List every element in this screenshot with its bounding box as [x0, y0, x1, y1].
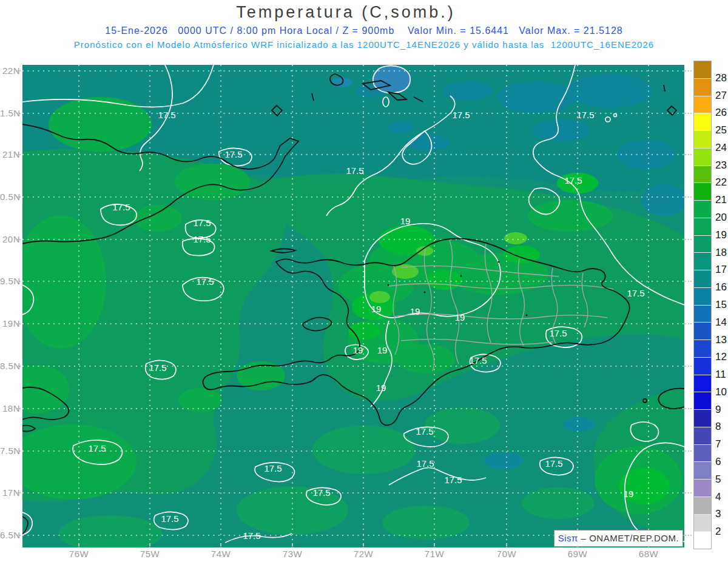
credit-org: – ONAMET/REP.DOM. — [578, 533, 679, 543]
lon-tick-label: 75W — [136, 549, 163, 559]
colorbar-tick-label: 8 — [715, 421, 721, 433]
lon-tick-mark — [363, 543, 364, 548]
colorbar-segment — [694, 201, 711, 218]
lat-tick-mark — [685, 323, 692, 324]
lon-tick-label: 76W — [66, 549, 92, 559]
colorbar-tick-label: 2 — [715, 526, 721, 538]
contour-value-label: 17.5 — [543, 458, 565, 469]
colorbar-tick-label: 9 — [715, 404, 721, 416]
lat-tick-mark — [685, 70, 692, 72]
contour-value-label: 17.5 — [450, 110, 472, 120]
colorbar-segment — [694, 253, 711, 270]
colorbar-segment — [694, 166, 711, 184]
lon-tick-label: 73W — [279, 549, 306, 559]
contour-value-label: 17.5 — [575, 110, 596, 120]
lon-tick-mark — [434, 543, 435, 548]
colorbar-tick-label: 12 — [715, 351, 727, 363]
contour-value-label: 17.5 — [191, 234, 213, 244]
colorbar-segment — [694, 270, 711, 288]
colorbar-segment — [694, 462, 711, 480]
contour-value-label: 19 — [371, 345, 393, 355]
lat-tick-mark — [685, 408, 692, 409]
colorbar-segment — [694, 497, 711, 515]
contour-value-label: 17.5 — [86, 443, 108, 453]
colorbar-tick-label: 4 — [715, 491, 721, 503]
lat-tick-mark — [685, 154, 692, 155]
colorbar-segment — [694, 183, 711, 201]
colorbar-segment — [694, 340, 711, 358]
lon-tick-label: 72W — [350, 549, 377, 559]
temperature-colorbar — [693, 61, 712, 549]
colorbar-segment — [694, 113, 711, 131]
contour-value-label: 17.5 — [547, 328, 569, 338]
lon-tick-mark — [506, 543, 507, 548]
contour-value-label: 17.5 — [262, 463, 284, 473]
weather-map-svg — [0, 0, 728, 562]
contour-value-label: 19 — [404, 306, 426, 316]
lat-tick-mark — [685, 196, 692, 198]
colorbar-tick-label: 24 — [715, 142, 727, 154]
colorbar-segment — [694, 61, 711, 79]
lat-tick-mark — [685, 113, 692, 114]
lat-tick-mark — [14, 366, 21, 367]
contour-value-label: 19 — [449, 312, 471, 323]
contour-value-label: 17.5 — [414, 426, 436, 437]
colorbar-segment — [694, 392, 711, 410]
contour-value-label: 17.5 — [191, 218, 213, 228]
lon-tick-mark — [78, 543, 79, 548]
lat-tick-mark — [685, 492, 692, 493]
colorbar-tick-label: 25 — [715, 124, 727, 136]
colorbar-tick-label: 3 — [715, 508, 721, 520]
contour-value-label: 17.5 — [344, 166, 366, 176]
contour-value-label: 17.5 — [311, 487, 332, 498]
colorbar-segment — [694, 480, 711, 497]
colorbar-segment — [694, 323, 711, 340]
contour-value-label: 19 — [394, 216, 416, 226]
lat-tick-mark — [685, 535, 692, 536]
lat-tick-mark — [14, 154, 21, 155]
lat-tick-mark — [14, 450, 21, 452]
lon-tick-label: 74W — [207, 549, 234, 559]
lon-tick-mark — [149, 543, 150, 548]
contour-value-label: 17.5 — [194, 276, 216, 287]
contour-value-label: 17.5 — [467, 355, 489, 366]
contour-value-label: 19 — [618, 489, 639, 499]
lat-tick-mark — [14, 492, 21, 493]
lat-tick-mark — [14, 281, 21, 282]
lat-tick-mark — [685, 366, 692, 367]
colorbar-tick-label: 5 — [715, 473, 721, 486]
colorbar-tick-label: 22 — [715, 176, 727, 189]
colorbar-tick-label: 27 — [715, 90, 727, 102]
colorbar-segment — [694, 288, 711, 306]
contour-value-label: 17.5 — [156, 110, 178, 120]
lat-tick-mark — [14, 408, 21, 409]
contour-value-label: 17.5 — [147, 363, 169, 373]
colorbar-tick-label: 16 — [715, 281, 727, 293]
colorbar-segment — [694, 96, 711, 114]
contour-value-label: 17.5 — [159, 513, 181, 524]
colorbar-segment — [694, 427, 711, 445]
colorbar-tick-label: 26 — [715, 107, 727, 119]
lon-tick-label: 70W — [493, 549, 520, 559]
colorbar-segment — [694, 79, 711, 96]
colorbar-tick-label: 18 — [715, 247, 727, 259]
contour-value-label: 17.5 — [414, 458, 436, 469]
colorbar-tick-label: 15 — [715, 299, 727, 311]
colorbar-tick-label: 21 — [715, 194, 727, 206]
colorbar-segment — [694, 306, 711, 323]
colorbar-tick-label: 10 — [715, 386, 727, 398]
lat-tick-mark — [14, 113, 21, 114]
lat-tick-mark — [14, 535, 21, 536]
lat-tick-mark — [14, 196, 21, 198]
lat-tick-mark — [14, 323, 21, 324]
contour-value-label: 19 — [370, 383, 392, 393]
credit-sis: Sisπ — [558, 533, 578, 543]
colorbar-tick-label: 17 — [715, 264, 727, 276]
colorbar-tick-label: 19 — [715, 229, 727, 241]
colorbar-tick-label: 7 — [715, 438, 721, 450]
colorbar-segment — [694, 445, 711, 463]
colorbar-segment — [694, 410, 711, 427]
contour-value-label: 19 — [347, 345, 369, 355]
lat-tick-mark — [685, 239, 692, 240]
colorbar-segment — [694, 375, 711, 393]
